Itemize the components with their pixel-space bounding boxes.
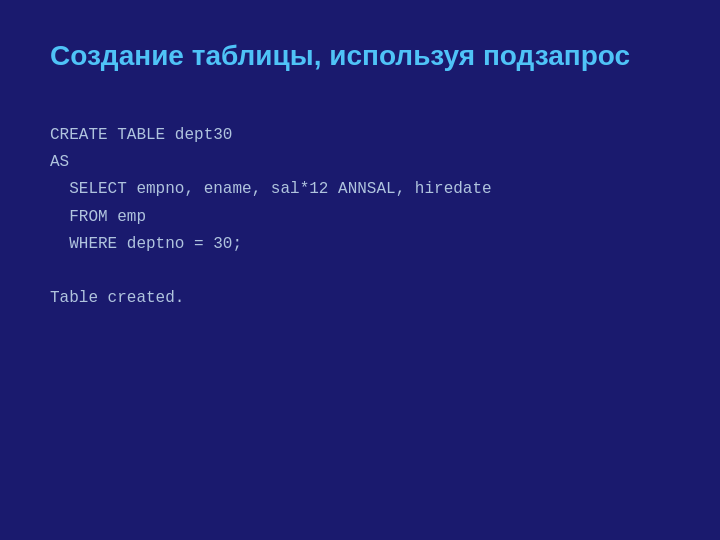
code-line-5: WHERE deptno = 30;: [50, 231, 670, 258]
code-line-7: Table created.: [50, 285, 670, 312]
code-line-2: AS: [50, 149, 670, 176]
code-line-3: SELECT empno, ename, sal*12 ANNSAL, hire…: [50, 176, 670, 203]
code-empty-line: [50, 258, 670, 285]
slide-title: Создание таблицы, используя подзапрос: [50, 40, 670, 72]
slide: Создание таблицы, используя подзапрос CR…: [0, 0, 720, 540]
code-line-1: CREATE TABLE dept30: [50, 122, 670, 149]
code-block: CREATE TABLE dept30 AS SELECT empno, ena…: [50, 122, 670, 312]
code-line-4: FROM emp: [50, 204, 670, 231]
